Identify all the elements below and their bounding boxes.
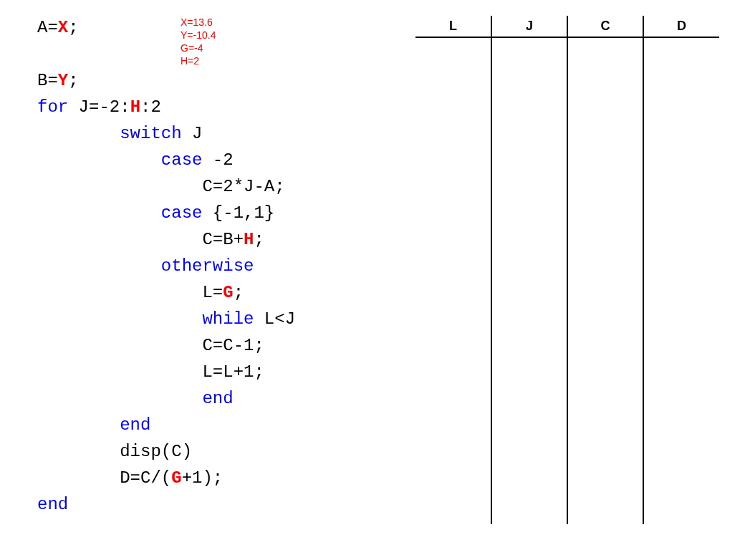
code-line-9: otherwise	[37, 253, 295, 279]
code-line-14: end	[37, 385, 295, 412]
text: B=	[37, 71, 58, 90]
keyword-while: while	[202, 309, 254, 329]
text: L<J	[254, 309, 295, 329]
code-line-8: C=B+H;	[37, 226, 295, 253]
column-body-j	[491, 37, 567, 524]
text: {-1,1}	[202, 203, 274, 223]
text: +1);	[182, 468, 224, 488]
var-h: H	[244, 230, 254, 249]
indent	[37, 256, 161, 276]
column-body-l	[415, 37, 491, 524]
text: A=	[37, 18, 58, 37]
indent	[37, 150, 161, 170]
keyword-case: case	[161, 150, 203, 170]
text: C=2*J-A;	[37, 177, 285, 196]
keyword-end: end	[120, 415, 150, 435]
text: L=L+1;	[37, 362, 264, 382]
text: ;	[254, 230, 264, 249]
indent	[37, 389, 202, 408]
keyword-case: case	[161, 203, 203, 223]
text: ;	[68, 71, 78, 90]
var-g: G	[223, 283, 233, 302]
blank-line	[37, 41, 295, 67]
code-block: A=X; B=Y; for J=-2:H:2 switch J case -2 …	[37, 14, 295, 518]
code-line-10: L=G;	[37, 279, 295, 306]
annotation-x: X=13.6	[181, 16, 216, 29]
indent	[37, 309, 202, 329]
variable-annotation: X=13.6 Y=-10.4 G=-4 H=2	[181, 16, 216, 67]
text: L=	[37, 283, 223, 302]
keyword-switch: switch	[120, 124, 181, 143]
keyword-otherwise: otherwise	[161, 256, 254, 276]
column-header-j: J	[491, 16, 567, 37]
code-line-3: for J=-2:H:2	[37, 94, 295, 120]
indent	[37, 415, 120, 435]
code-line-4: switch J	[37, 120, 295, 147]
var-x: X	[58, 18, 68, 37]
text: disp(C)	[37, 442, 192, 461]
trace-table: L J C D	[415, 16, 719, 524]
code-line-11: while L<J	[37, 306, 295, 332]
code-line-5: case -2	[37, 147, 295, 173]
text: C=C-1;	[37, 336, 264, 355]
text: C=B+	[37, 230, 244, 249]
text: J	[182, 124, 203, 143]
code-line-15: end	[37, 412, 295, 438]
text: ;	[234, 283, 244, 302]
column-body-c	[567, 37, 643, 524]
code-line-7: case {-1,1}	[37, 200, 295, 226]
code-line-1: A=X;	[37, 14, 295, 41]
code-line-18: end	[37, 491, 295, 518]
indent	[37, 203, 161, 223]
annotation-y: Y=-10.4	[181, 29, 216, 42]
code-line-2: B=Y;	[37, 67, 295, 94]
var-y: Y	[58, 71, 68, 90]
column-header-c: C	[567, 16, 643, 37]
keyword-end: end	[202, 389, 233, 408]
column-header-l: L	[415, 16, 491, 37]
text: J=-2:	[68, 97, 130, 117]
code-line-17: D=C/(G+1);	[37, 465, 295, 491]
indent	[37, 124, 120, 143]
text: -2	[202, 150, 233, 170]
code-line-16: disp(C)	[37, 438, 295, 465]
column-body-d	[643, 37, 719, 524]
code-line-13: L=L+1;	[37, 359, 295, 385]
annotation-g: G=-4	[181, 42, 216, 54]
text: ;	[68, 18, 78, 37]
code-line-12: C=C-1;	[37, 332, 295, 359]
annotation-h: H=2	[181, 54, 216, 67]
code-line-6: C=2*J-A;	[37, 173, 295, 200]
var-g: G	[171, 468, 181, 488]
keyword-end: end	[37, 495, 68, 514]
keyword-for: for	[37, 97, 68, 117]
column-header-d: D	[643, 16, 719, 37]
text: D=C/(	[37, 468, 171, 488]
var-h: H	[130, 97, 140, 117]
text: :2	[140, 97, 161, 117]
